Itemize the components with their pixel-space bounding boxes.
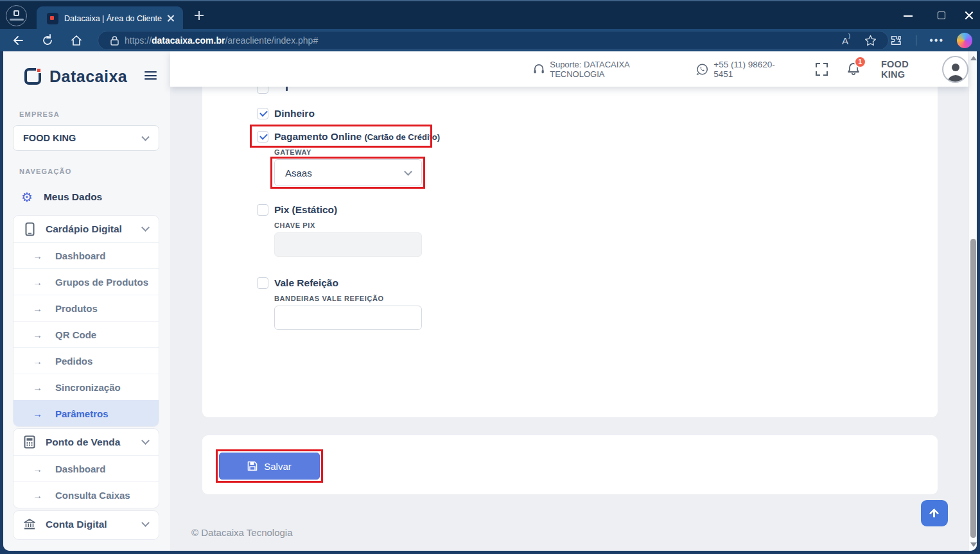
sidebar-item-pdv-dashboard[interactable]: →Dashboard xyxy=(13,455,159,481)
datacaixa-logo-icon xyxy=(24,68,41,85)
gateway-select[interactable]: Asaas xyxy=(274,159,422,186)
support-info: Suporte: DATACAIXA TECNOLOGIA xyxy=(533,60,681,79)
bandeiras-input[interactable] xyxy=(274,306,422,330)
sidebar-toggle-icon[interactable] xyxy=(144,71,157,80)
browser-window: Datacaixa | Área do Cliente https://data… xyxy=(0,0,980,554)
sidebar-item-sincronizacao[interactable]: →Sincronização xyxy=(13,374,159,400)
window-minimize-button[interactable] xyxy=(902,9,914,22)
fullscreen-icon[interactable] xyxy=(816,63,828,76)
nav-group-header-cardapio-digital[interactable]: Cardápio Digital xyxy=(13,216,159,242)
refresh-icon[interactable] xyxy=(38,31,57,50)
sidebar: Datacaixa EMPRESA FOOD KING NAVEGAÇÃO ⚙ … xyxy=(3,51,170,551)
dinheiro-label: Dinheiro xyxy=(274,108,315,119)
extensions-icon[interactable] xyxy=(889,34,903,48)
nav-group-header-conta-digital[interactable]: Conta Digital xyxy=(13,511,159,537)
arrow-icon: → xyxy=(33,303,42,314)
person-icon xyxy=(945,60,967,82)
whatsapp-icon xyxy=(696,63,708,76)
parameters-card: Dinheiro Pagamento Online (Cartão de Cré… xyxy=(202,87,938,417)
scroll-to-top-button[interactable] xyxy=(921,500,948,526)
support-text: Suporte: DATACAIXA TECNOLOGIA xyxy=(550,60,681,79)
arrow-icon: → xyxy=(33,356,42,367)
address-bar[interactable]: https://datacaixa.com.br/areacliente/ind… xyxy=(98,31,889,50)
scrollbar-down-icon[interactable] xyxy=(970,542,977,547)
window-close-button[interactable] xyxy=(963,9,976,22)
tab-title: Datacaixa | Área do Cliente xyxy=(64,14,167,23)
chave-pix-label: CHAVE PIX xyxy=(274,221,315,229)
sidebar-item-consulta-caixas[interactable]: →Consulta Caixas xyxy=(13,481,159,508)
chevron-down-icon xyxy=(141,519,150,527)
arrow-icon: → xyxy=(33,329,42,340)
chevron-down-icon xyxy=(141,133,150,141)
arrow-icon: → xyxy=(33,382,42,393)
pagamento-online-checkbox[interactable] xyxy=(257,131,268,143)
home-icon[interactable] xyxy=(67,31,86,50)
nav-group-ponto-de-venda: Ponto de Venda →Dashboard →Consulta Caix… xyxy=(13,428,159,508)
browser-titlebar: Datacaixa | Área do Cliente xyxy=(0,0,980,29)
header-company-name: FOOD KING xyxy=(881,59,934,80)
save-card: Salvar xyxy=(202,435,938,494)
arrow-icon: → xyxy=(33,277,42,288)
pagamento-online-label: Pagamento Online (Cartão de Crédito) xyxy=(274,131,440,143)
pix-checkbox[interactable] xyxy=(257,204,268,216)
phone-number: +55 (11) 98620-5451 xyxy=(713,60,791,79)
new-tab-button[interactable] xyxy=(195,11,204,20)
datacaixa-favicon-icon xyxy=(47,13,58,24)
sidebar-item-dashboard[interactable]: →Dashboard xyxy=(13,242,159,268)
save-button[interactable]: Salvar xyxy=(219,453,320,480)
sidebar-item-produtos[interactable]: →Produtos xyxy=(13,295,159,321)
browser-tab[interactable]: Datacaixa | Área do Cliente xyxy=(37,6,183,30)
page-scrollbar[interactable] xyxy=(968,51,977,551)
footer-copyright: © Datacaixa Tecnologia xyxy=(191,527,293,538)
nav-group-cardapio-digital: Cardápio Digital →Dashboard →Grupos de P… xyxy=(13,215,159,427)
bank-icon xyxy=(22,518,37,530)
sidebar-item-pedidos[interactable]: →Pedidos xyxy=(13,347,159,374)
navegacao-section-label: NAVEGAÇÃO xyxy=(19,168,72,175)
arrow-icon: → xyxy=(33,463,42,474)
company-select-value: FOOD KING xyxy=(23,133,76,143)
arrow-icon: → xyxy=(33,490,42,501)
back-icon[interactable] xyxy=(9,31,28,50)
empresa-section-label: EMPRESA xyxy=(19,110,60,118)
browser-toolbar: https://datacaixa.com.br/areacliente/ind… xyxy=(0,29,980,51)
arrow-icon: → xyxy=(33,408,42,419)
smartphone-icon xyxy=(22,222,37,236)
sidebar-item-meus-dados[interactable]: ⚙ Meus Dados xyxy=(13,185,159,209)
calculator-icon xyxy=(22,435,37,449)
dinheiro-checkbox[interactable] xyxy=(257,108,268,119)
vale-refeicao-checkbox[interactable] xyxy=(257,277,268,289)
chevron-down-icon xyxy=(404,168,412,176)
scrollbar-thumb[interactable] xyxy=(970,239,976,538)
sidebar-item-parametros[interactable]: →Parâmetros xyxy=(13,400,159,426)
clipped-checkbox[interactable] xyxy=(257,87,268,94)
toolbar-divider xyxy=(916,35,916,46)
window-maximize-button[interactable] xyxy=(935,9,948,22)
app-header: Suporte: DATACAIXA TECNOLOGIA +55 (11) 9… xyxy=(170,51,968,87)
tab-close-icon[interactable] xyxy=(167,15,174,22)
pix-label: Pix (Estático) xyxy=(274,204,337,216)
company-select[interactable]: FOOD KING xyxy=(13,125,159,151)
copilot-icon[interactable] xyxy=(957,33,972,48)
gear-icon: ⚙ xyxy=(21,189,33,205)
favorites-star-icon[interactable] xyxy=(864,35,877,46)
workspace-icon[interactable] xyxy=(6,5,27,26)
sidebar-item-qr-code[interactable]: →QR Code xyxy=(13,321,159,347)
save-floppy-icon xyxy=(247,461,258,471)
chevron-down-icon xyxy=(141,437,150,445)
arrow-up-icon xyxy=(930,509,939,518)
settings-menu-icon[interactable]: ••• xyxy=(929,35,944,46)
arrow-icon: → xyxy=(33,250,42,261)
url-text: https://datacaixa.com.br/areacliente/ind… xyxy=(125,35,318,46)
scrollbar-up-icon[interactable] xyxy=(970,56,977,60)
chave-pix-input[interactable] xyxy=(274,232,422,257)
read-aloud-icon[interactable]: A) xyxy=(842,35,850,46)
phone-info: +55 (11) 98620-5451 xyxy=(696,60,791,79)
notifications-button[interactable]: 1 xyxy=(846,61,862,78)
nav-group-header-ponto-de-venda[interactable]: Ponto de Venda xyxy=(13,429,159,455)
page-viewport: Datacaixa EMPRESA FOOD KING NAVEGAÇÃO ⚙ … xyxy=(3,51,977,551)
vale-refeicao-label: Vale Refeição xyxy=(274,277,338,289)
sidebar-item-grupos-de-produtos[interactable]: →Grupos de Produtos xyxy=(13,268,159,295)
avatar[interactable] xyxy=(942,56,968,83)
lock-icon xyxy=(110,35,119,46)
chevron-down-icon xyxy=(141,223,150,232)
